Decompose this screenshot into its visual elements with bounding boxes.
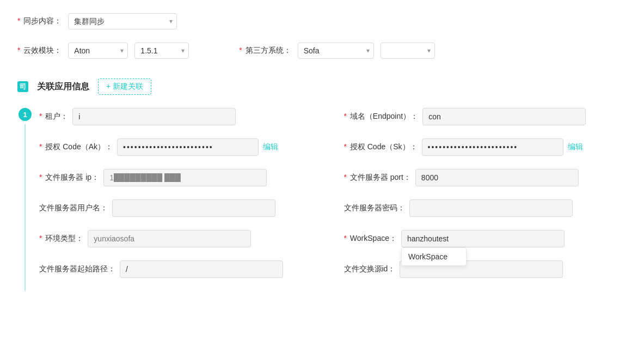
third-party-sub-wrapper: ▾ [381, 43, 435, 59]
file-server-password-input[interactable] [409, 199, 573, 217]
env-type-group: * 环境类型： [39, 230, 322, 247]
yunxiao-version-select[interactable]: 1.5.1 [134, 43, 189, 59]
workspace-suggestion-dropdown: WorkSpace [401, 247, 467, 266]
field-group-row1: * 租户： * 域名（Endpoint）： [39, 108, 627, 125]
workspace-group: * WorkSpace： WorkSpace [322, 230, 627, 247]
workspace-label: * WorkSpace： [344, 234, 397, 244]
tenant-field-group: * 租户： [39, 108, 322, 125]
fields-area: * 租户： * 域名（Endpoint）： * 授权 Code（Ak）： [33, 108, 627, 291]
sync-select-wrapper: 集群同步 ▾ [68, 13, 177, 29]
yunxiao-module-wrapper: Aton ▾ [68, 43, 128, 59]
domain-field-group: * 域名（Endpoint）： [322, 108, 627, 125]
third-party-system-wrapper: Sofa ▾ [298, 43, 374, 59]
file-exchange-id-label: 文件交换源id： [344, 264, 396, 274]
section-icon: 司 [17, 81, 28, 92]
file-server-port-input[interactable] [415, 169, 579, 186]
auth-sk-edit-link[interactable]: 编辑 [568, 142, 583, 152]
tenant-label: * 租户： [39, 112, 68, 122]
item-number: 1 [19, 108, 32, 121]
third-party-label: * 第三方系统： [239, 46, 291, 56]
file-server-ip-group: * 文件服务器 ip： [39, 169, 322, 186]
field-group-row2: * 授权 Code（Ak）： 编辑 * 授权 Code（Sk）： 编辑 [39, 138, 627, 156]
file-server-ip-input[interactable] [103, 169, 267, 186]
auth-ak-field-group: * 授权 Code（Ak）： 编辑 [39, 138, 322, 156]
file-server-path-label: 文件服务器起始路径： [39, 264, 115, 274]
auth-ak-input[interactable] [117, 138, 259, 156]
auth-sk-input[interactable] [422, 138, 563, 156]
file-server-password-label: 文件服务器密码： [344, 203, 405, 213]
main-content: 1 * 租户： * 域名（Endpoint）： [17, 108, 627, 291]
domain-label: * 域名（Endpoint）： [344, 112, 419, 122]
file-server-ip-label: * 文件服务器 ip： [39, 173, 99, 183]
file-server-username-input[interactable] [112, 199, 275, 217]
file-server-username-group: 文件服务器用户名： [39, 199, 322, 217]
workspace-input[interactable] [401, 230, 565, 247]
yunxiao-version-wrapper: 1.5.1 ▾ [134, 43, 189, 59]
workspace-suggestion-item[interactable]: WorkSpace [402, 248, 466, 265]
env-type-label: * 环境类型： [39, 234, 83, 244]
field-group-row5: * 环境类型： * WorkSpace： WorkSpace [39, 230, 627, 247]
auth-ak-edit-link[interactable]: 编辑 [263, 142, 278, 152]
auth-sk-label: * 授权 Code（Sk）： [344, 142, 418, 152]
vertical-line [24, 124, 26, 291]
file-server-username-label: 文件服务器用户名： [39, 203, 108, 213]
yunxiao-module-select[interactable]: Aton [68, 43, 128, 59]
field-group-row6: 文件服务器起始路径： 文件交换源id： [39, 260, 627, 278]
file-server-path-input[interactable] [120, 260, 283, 278]
field-group-row3: * 文件服务器 ip： * 文件服务器 port： [39, 169, 627, 186]
file-server-port-label: * 文件服务器 port： [344, 173, 411, 183]
third-party-system-select[interactable]: Sofa [298, 43, 374, 59]
tenant-input[interactable] [72, 108, 236, 125]
auth-sk-field-group: * 授权 Code（Sk）： 编辑 [322, 138, 627, 156]
auth-ak-label: * 授权 Code（Ak）： [39, 142, 113, 152]
file-server-path-group: 文件服务器起始路径： [39, 260, 322, 278]
sync-label: * 同步内容： [17, 16, 62, 26]
new-link-button[interactable]: + 新建关联 [98, 78, 151, 95]
env-type-input[interactable] [88, 230, 251, 247]
domain-input[interactable] [422, 108, 586, 125]
file-server-password-group: 文件服务器密码： [322, 199, 627, 217]
left-indicator: 1 [17, 108, 33, 291]
section-header: 司 关联应用信息 + 新建关联 [17, 78, 627, 95]
file-exchange-id-group: 文件交换源id： [322, 260, 627, 278]
workspace-input-wrapper: WorkSpace [401, 230, 627, 247]
sync-select[interactable]: 集群同步 [68, 13, 177, 29]
field-group-row4: 文件服务器用户名： 文件服务器密码： [39, 199, 627, 217]
file-server-port-group: * 文件服务器 port： [322, 169, 627, 186]
yunxiao-label: * 云效模块： [17, 46, 62, 56]
section-title: 关联应用信息 [37, 81, 89, 93]
third-party-sub-select[interactable] [381, 43, 435, 59]
